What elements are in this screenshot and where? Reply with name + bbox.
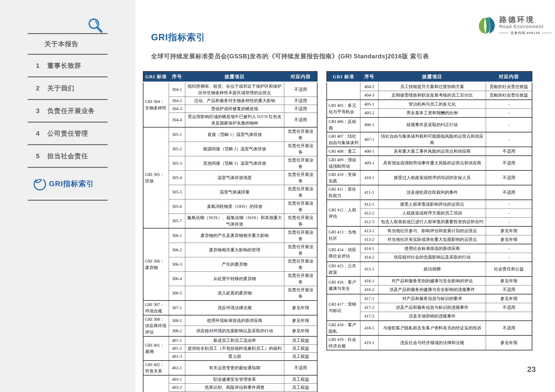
clause-id-cell: 305-5 [169, 185, 185, 199]
table-row: GRI 417：营销与标识417-1对产品和服务信息与标识的要求参见年报 [327, 294, 532, 303]
table-row: GRI 416：客户健康与安全416-1对产品和服务类别的健康与安全影响的评估参… [327, 277, 532, 285]
sidebar-item-2[interactable]: 1董事长致辞 [28, 55, 108, 77]
content-cell: 不适用 [284, 361, 317, 375]
content-cell: - [486, 209, 532, 218]
sidebar-item-number: 4 [28, 130, 47, 137]
clause-id-cell: 304-1 [169, 82, 185, 97]
gri-standard-cell: GRI 408：童工 [327, 147, 360, 156]
content-cell: - [486, 117, 532, 132]
clause-id-cell: 408-1 [360, 147, 379, 156]
table-row: 308-2供应链对环境的负面影响以及采取的行动参见年报 [143, 326, 317, 336]
gri-standard-cell: GRI 419：社会经济合规 [327, 335, 360, 350]
clause-id-cell: 305-7 [169, 214, 185, 228]
sidebar-item-gri-index[interactable]: GRI指标索引 [28, 168, 108, 200]
disclosure-cell: 对产品和服务类别的健康与安全影响的评估 [379, 277, 486, 285]
table-row: GRI 405：多元化与平等机会405-1管治机构与员工的多元化- [327, 100, 532, 109]
content-cell: 参见年报 [284, 315, 317, 326]
disclosure-cell: 育儿假 [185, 352, 284, 361]
disclosure-cell: 危害识别、风险评估和事件调查 [185, 384, 284, 392]
sidebar-item-label: 关于我们 [47, 84, 74, 93]
clause-id-cell: 414-2 [360, 253, 379, 262]
table-row: 306-3产生的废弃物负责任开展业务 [143, 257, 317, 271]
table-row: GRI 413：当地社区413-1有当地社区参与、影响评估和发展计划的运营点参见… [327, 226, 532, 235]
table-row: 305-4温室气体排放强度负责任开展业务 [143, 171, 317, 185]
sidebar: 关于本报告1董事长致辞2关于我们3负责任开展业务4公司责任管理5担当社会责任GR… [0, 0, 135, 392]
gri-index-table: GRI 标准序号披露项目对应内容404-2员工技能提升方案和过渡协助方案贡献的社… [326, 71, 532, 350]
content-cell: 负责任开展业务 [284, 243, 317, 257]
clause-id-cell: 404-3 [360, 91, 379, 100]
sidebar-item-3[interactable]: 2关于我们 [28, 77, 108, 100]
content-cell: 不适用 [486, 156, 532, 170]
clause-id-cell: 416-1 [360, 277, 379, 285]
table-row: GRI 403：职业健康与安全403-1职业健康安全管理体系员工权益 [143, 375, 317, 384]
clause-id-cell: 405-2 [360, 109, 379, 117]
content-cell: 不适用 [486, 170, 532, 185]
sidebar-item-label: 董事长致辞 [47, 61, 81, 70]
logo-stock-code: 证券代码:688156 [499, 31, 552, 35]
disclosure-cell: 歧视事件及采取的纠正行动 [379, 117, 486, 132]
disclosure-cell: 对当地社区有实际或潜在重大负面影响的运营点 [379, 235, 486, 244]
table-row: 305-2能源间接（范畴 2）温室气体排放负责任开展业务 [143, 142, 317, 156]
dash-left [499, 33, 509, 33]
table-header-row: GRI 标准序号披露项目对应内容 [327, 71, 532, 82]
disclosure-cell: 直接（范畴 1）温室气体排放 [185, 127, 284, 142]
clause-id-cell: 308-1 [169, 315, 185, 326]
disclosure-cell: 废弃物相关重大影响的管理 [185, 243, 284, 257]
table-header-cell: 披露项目 [379, 71, 486, 82]
content-cell: 负责任开展业务 [284, 228, 317, 243]
disclosure-cell: 有关运营变更的最短通知期 [185, 361, 284, 375]
clause-id-cell: 403-2 [169, 384, 185, 392]
gri-standard-cell: GRI 415：公共政策 [327, 262, 360, 277]
content-cell: 参见年报 [284, 326, 317, 336]
disclosure-cell: 具有重大童工事件风险的运营点和供应商 [379, 147, 486, 156]
gri-standard-cell: GRI 414：供应商社会评估 [327, 244, 360, 262]
table-row: GRI 418：客户隐私418-1与侵犯客户隐私和丢失客户资料有关的经证实的投诉… [327, 321, 532, 335]
disclosure-cell: 定期接受绩效和职业发展考核的员工百分比 [379, 91, 486, 100]
gri-standard-cell: GRI 409：强迫或强制劳动 [327, 156, 360, 170]
content-cell: 参见年报 [486, 226, 532, 235]
sidebar-item-4[interactable]: 3负责任开展业务 [28, 100, 108, 122]
sidebar-item-1[interactable]: 关于本报告 [28, 34, 108, 55]
content-cell: 负责任开展业务 [284, 257, 317, 271]
table-row: 305-3其他间接（范畴 3）温室气体排放负责任开展业务 [143, 156, 317, 171]
sidebar-item-5[interactable]: 4公司责任管理 [28, 122, 108, 145]
clause-id-cell: 402-1 [169, 361, 185, 375]
content-cell: 员工权益 [284, 336, 317, 345]
page-subtitle: 全球可持续发展标准委员会(GSSB)发布的《可持续发展报告指南》(GRI Sta… [151, 52, 429, 61]
clause-id-cell: 417-1 [360, 294, 379, 303]
search-button[interactable] [87, 17, 104, 35]
disclosure-cell: 结社自由与集体谈判权利可能面临风险的运营点和供应商 [379, 132, 486, 147]
clause-id-cell: 306-5 [169, 286, 185, 300]
gri-standard-cell: GRI 403：职业健康与安全 [143, 375, 169, 392]
sidebar-item-number: 2 [28, 85, 47, 92]
gri-standard-cell: GRI 407：结社自由与集体谈判 [327, 132, 360, 147]
clause-id-cell: 415-1 [360, 262, 379, 277]
disclosure-cell: 接受人权审查或影响评估的运营点 [379, 200, 486, 209]
disclosure-cell: 组织所拥有、租赁、在位于或邻近于保护区和保护区外生物多样性丰富区域管理的运营点 [185, 82, 284, 97]
content-cell: 贡献的社会责任效益 [486, 82, 532, 91]
content-cell: 参见年报 [486, 235, 532, 244]
sidebar-nav: 关于本报告1董事长致辞2关于我们3负责任开展业务4公司责任管理5担当社会责任GR… [28, 33, 108, 200]
disclosure-cell: 受运营影响区域的栖息地中已被列入 IUCN 红色名录及国家保护名册的物种 [185, 113, 284, 127]
disclosure-cell: 进入处置的废弃物 [185, 286, 284, 300]
content-cell [486, 312, 532, 321]
clause-id-cell: 418-1 [360, 321, 379, 335]
logo-name-en: Road Environment [499, 24, 552, 29]
disclosure-cell: 供应链对环境的负面影响以及采取的行动 [185, 326, 284, 336]
gri-standard-cell: GRI 406：反歧视 [327, 117, 360, 132]
disclosure-cell: 具有强迫或强制劳动事件重大风险的运营点和供应商 [379, 156, 486, 170]
table-row: 304-2活动、产品和服务对生物多样性的重大影响不适用 [143, 97, 317, 105]
clause-id-cell: 417-2 [360, 303, 379, 312]
disclosure-cell: 臭氧消耗物质（ODS）的排放 [185, 199, 284, 214]
clause-id-cell: 304-4 [169, 113, 185, 127]
clause-id-cell: 413-2 [360, 235, 379, 244]
sidebar-item-6[interactable]: 5担当社会责任 [28, 145, 108, 168]
content-cell: 负责任开展业务 [284, 199, 317, 214]
table-row: 305-6臭氧消耗物质（ODS）的排放负责任开展业务 [143, 199, 317, 214]
clause-id-cell: 413-1 [360, 226, 379, 235]
disclosure-cell: 温室气体排放强度 [185, 171, 284, 185]
disclosure-cell: 职业健康服务 [185, 391, 284, 392]
table-row: GRI 414：供应商社会评估414-1使用社会标准筛选的新供应商- [327, 244, 532, 253]
gri-standard-cell: GRI 401：雇佣 [143, 336, 169, 361]
table-row: 306-5进入处置的废弃物负责任开展业务 [143, 286, 317, 300]
